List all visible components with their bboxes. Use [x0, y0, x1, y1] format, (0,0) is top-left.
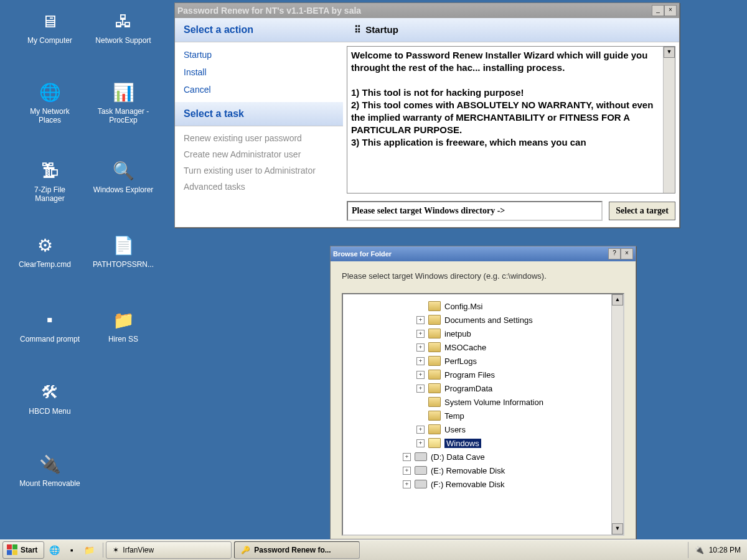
action-startup[interactable]: Startup	[184, 46, 334, 63]
desktop-icon-my-computer[interactable]: 🖥My Computer	[19, 9, 81, 45]
expand-icon[interactable]: +	[403, 480, 411, 488]
tree-node-programdata[interactable]: +ProgramData	[348, 381, 609, 395]
desktop-icon-pathtopssrn-[interactable]: 📄PATHTOPSSRN...	[92, 233, 154, 269]
windows-logo-icon	[7, 544, 18, 556]
taskbar: Start 🌐 ▪ 📁 ✶IrfanView🔑Password Renew fo…	[0, 539, 747, 560]
folder-tree[interactable]: ▲ ▼ Config.Msi+Documents and Settings+in…	[342, 293, 624, 536]
clock[interactable]: 10:28 PM	[709, 546, 741, 554]
tree-node-users[interactable]: +Users	[348, 422, 609, 436]
desktop-icon-mount-removable[interactable]: 🔌Mount Removable	[19, 452, 81, 488]
tree-label: ProgramData	[444, 384, 492, 393]
svg-rect-2	[7, 550, 12, 555]
drive-icon	[415, 466, 427, 475]
tree-node-perflogs[interactable]: +PerfLogs	[348, 354, 609, 368]
icon-label: 7-Zip File Manager	[19, 185, 81, 203]
tree-node-inetpub[interactable]: +inetpub	[348, 327, 609, 340]
select-action-header: Select a action	[175, 18, 343, 42]
folder-icon	[428, 301, 441, 311]
tree-node-documents-and-settings[interactable]: +Documents and Settings	[348, 313, 609, 327]
expand-icon[interactable]: +	[416, 343, 425, 352]
scroll-up-button[interactable]: ▲	[612, 294, 623, 306]
scroll-down-button[interactable]: ▼	[664, 47, 675, 58]
desktop-icon-my-network-places[interactable]: 🌐My Network Places	[19, 80, 81, 124]
desktop-icon-hbcd-menu[interactable]: 🛠HBCD Menu	[19, 380, 81, 416]
expand-icon[interactable]: +	[416, 385, 425, 393]
desktop-icon-hiren-ss[interactable]: 📁Hiren SS	[92, 307, 154, 343]
icon-label: Mount Removable	[19, 479, 81, 488]
password-renew-window: Password Renew for NT's v1.1-BETA by sal…	[174, 2, 680, 228]
folder-icon	[428, 383, 441, 393]
key-icon: 🔑	[241, 546, 250, 554]
scroll-down-button[interactable]: ▼	[612, 523, 623, 534]
taskbar-task-irfanview[interactable]: ✶IrfanView	[106, 541, 232, 559]
desktop-icon-cleartemp-cmd[interactable]: ⚙ClearTemp.cmd	[14, 233, 76, 269]
tree-label: (F:) Removable Disk	[431, 480, 504, 489]
window-title: Password Renew for NT's v1.1-BETA by sal…	[177, 6, 361, 16]
tree-node--d-data-cave[interactable]: +(D:) Data Cave	[348, 450, 609, 464]
expand-icon[interactable]: +	[416, 426, 425, 434]
tree-node-msocache[interactable]: +MSOCache	[348, 340, 609, 354]
computer-icon: 🖥	[37, 9, 62, 34]
tree-node--f-removable-disk[interactable]: +(F:) Removable Disk	[348, 477, 609, 491]
ql-browser-icon[interactable]: 🌐	[47, 543, 62, 558]
tree-node-config-msi[interactable]: Config.Msi	[348, 299, 609, 313]
expand-icon[interactable]: +	[416, 371, 425, 379]
taskbar-task-password-renew-fo-[interactable]: 🔑Password Renew fo...	[234, 541, 360, 559]
icon-label: Network Support	[92, 36, 154, 45]
titlebar[interactable]: Browse for Folder ? ×	[331, 246, 636, 261]
ql-folder-icon[interactable]: 📁	[82, 543, 96, 558]
task-create-new-administrator-user[interactable]: Create new Administrator user	[184, 146, 334, 162]
right-panel: ⠿ Startup Welcome to Password Renew Inst…	[343, 18, 679, 227]
desktop-icon-task-manager-procexp[interactable]: 📊Task Manager - ProcExp	[92, 80, 154, 124]
help-button[interactable]: ?	[608, 248, 621, 259]
folder-icon	[428, 342, 441, 352]
scrollbar[interactable]: ▲ ▼	[663, 47, 675, 193]
drive-icon	[415, 452, 427, 461]
expand-icon[interactable]: +	[403, 467, 411, 475]
folder-icon	[428, 356, 441, 366]
desktop-icon-network-support[interactable]: 🖧Network Support	[92, 9, 154, 45]
expand-icon[interactable]: +	[416, 330, 425, 338]
dialog-message: Please select target Windows directory (…	[342, 271, 624, 281]
expand-icon[interactable]: +	[416, 357, 425, 365]
folder-search-icon: 🔍	[111, 158, 136, 183]
task-renew-existing-user-password[interactable]: Renew existing user password	[184, 130, 334, 146]
expand-icon[interactable]: +	[416, 316, 425, 324]
action-cancel[interactable]: Cancel	[184, 81, 334, 98]
expand-icon[interactable]: +	[416, 439, 425, 447]
icon-label: My Computer	[19, 36, 81, 45]
start-button[interactable]: Start	[2, 541, 44, 559]
titlebar[interactable]: Password Renew for NT's v1.1-BETA by sal…	[175, 3, 679, 18]
task-turn-existing-user-to-administrator[interactable]: Turn existing user to Administrator	[184, 162, 334, 179]
drive-icon	[415, 480, 427, 488]
desktop-icon-7-zip-file-manager[interactable]: 🗜7-Zip File Manager	[19, 158, 81, 203]
expand-icon[interactable]: +	[403, 453, 411, 461]
close-button[interactable]: ×	[664, 5, 677, 16]
task-advanced-tasks[interactable]: Advanced tasks	[184, 179, 334, 195]
cmd-icon: ▪	[37, 307, 62, 332]
select-target-button[interactable]: Select a target	[609, 202, 675, 220]
tray-icon[interactable]: 🔌	[695, 546, 704, 554]
tree-label: System Volume Information	[444, 398, 543, 407]
desktop: 🖥My Computer🖧Network Support🌐My Network …	[0, 0, 747, 540]
folder-icon: 📁	[111, 307, 136, 332]
tree-scrollbar[interactable]: ▲ ▼	[611, 294, 623, 534]
minimize-button[interactable]: _	[652, 5, 664, 16]
tree-node--e-removable-disk[interactable]: +(E:) Removable Disk	[348, 464, 609, 477]
close-button[interactable]: ×	[621, 248, 633, 259]
tree-node-program-files[interactable]: +Program Files	[348, 368, 609, 381]
tree-node-system-volume-information[interactable]: System Volume Information	[348, 395, 609, 409]
tree-node-temp[interactable]: Temp	[348, 409, 609, 422]
folder-icon	[428, 397, 441, 407]
svg-rect-0	[7, 544, 12, 549]
icon-label: Task Manager - ProcExp	[92, 107, 154, 124]
desktop-icon-windows-explorer[interactable]: 🔍Windows Explorer	[92, 158, 154, 194]
tree-node-windows[interactable]: +Windows	[348, 436, 609, 450]
dialog-title: Browse for Folder	[333, 250, 392, 258]
task-label: IrfanView	[123, 546, 154, 554]
action-install[interactable]: Install	[184, 63, 334, 81]
ql-cmd-icon[interactable]: ▪	[64, 543, 79, 558]
tree-label: Users	[444, 425, 466, 434]
right-header: ⠿ Startup	[343, 18, 679, 42]
desktop-icon-command-prompt[interactable]: ▪Command prompt	[19, 307, 81, 343]
